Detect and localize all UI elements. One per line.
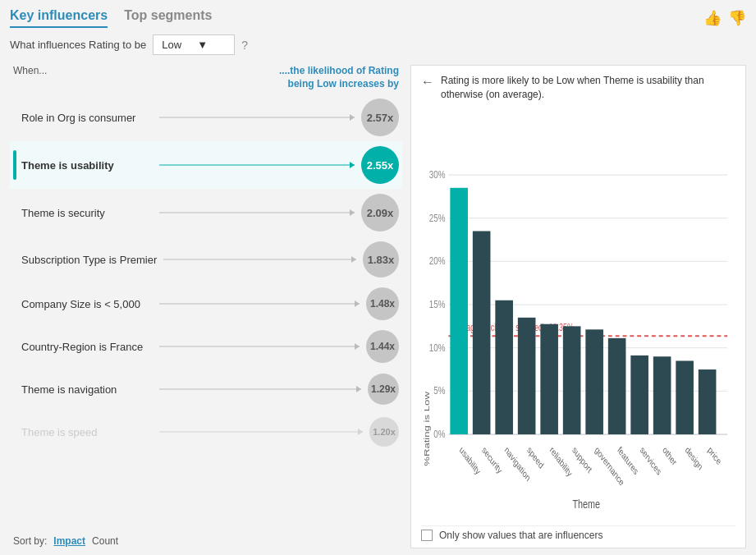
bar-other[interactable] <box>653 356 671 434</box>
bubble: 1.29x <box>368 374 399 405</box>
bar-reliability[interactable] <box>540 323 558 433</box>
bar-support[interactable] <box>563 326 581 434</box>
bar-usability[interactable] <box>450 187 468 433</box>
influencer-item[interactable]: Company Size is < 5,000 1.48x <box>10 282 402 325</box>
bubble: 1.83x <box>363 241 399 278</box>
sort-count[interactable]: Count <box>92 534 118 548</box>
bar-container <box>159 430 363 433</box>
influencer-item[interactable]: Role in Org is consumer 2.57x <box>10 94 402 141</box>
y-axis-label: %Rating is Low <box>422 391 431 466</box>
y-tick-label: 30% <box>429 167 446 180</box>
item-label: Theme is security <box>21 207 153 219</box>
bar-governance[interactable] <box>585 329 603 434</box>
bar-services[interactable] <box>630 355 648 434</box>
bubble: 1.48x <box>366 287 399 320</box>
sort-by-label: Sort by: <box>13 535 47 547</box>
thumbs-down-icon[interactable]: 👎 <box>728 9 746 27</box>
bubble: 1.44x <box>366 330 399 363</box>
content-area: When... ....the likelihood of Rating bei… <box>10 65 746 548</box>
bar-speed[interactable] <box>518 317 536 433</box>
left-panel: When... ....the likelihood of Rating bei… <box>10 65 402 548</box>
bar-navigation[interactable] <box>495 300 513 433</box>
influencer-item[interactable]: Theme is security 2.09x <box>10 189 402 236</box>
x-label-support: support <box>570 444 593 475</box>
influencer-item[interactable]: Subscription Type is Premier 1.83x <box>10 236 402 282</box>
selected-indicator <box>13 150 16 180</box>
detail-title: Rating is more likely to be Low when The… <box>441 74 735 102</box>
bubble: 1.20x <box>369 417 399 447</box>
filter-dropdown[interactable]: Low ▼ <box>153 34 235 55</box>
bar-container <box>159 302 360 305</box>
bubble-selected: 2.55x <box>361 146 399 184</box>
item-label: Country-Region is France <box>21 341 153 353</box>
tab-bar: Key influencers Top segments <box>10 8 212 28</box>
sort-row: Sort by: Impact Count <box>10 530 402 548</box>
sort-impact[interactable]: Impact <box>53 534 85 548</box>
checkbox-row: Only show values that are influencers <box>421 525 735 541</box>
bar-features[interactable] <box>608 337 626 433</box>
filter-row: What influences Rating to be Low ▼ ? <box>10 34 746 55</box>
item-label: Theme is usability <box>21 159 153 172</box>
right-panel: ← Rating is more likely to be Low when T… <box>410 65 746 548</box>
y-tick-label: 20% <box>429 254 446 266</box>
y-tick-label: 0% <box>433 427 445 439</box>
help-icon[interactable]: ? <box>241 39 248 52</box>
bar-container <box>159 211 355 214</box>
x-label-services: services <box>639 444 662 477</box>
x-label-design: design <box>684 444 704 472</box>
filter-prefix-label: What influences Rating to be <box>10 39 146 51</box>
checkbox-label: Only show values that are influencers <box>439 530 603 541</box>
influencer-list: Role in Org is consumer 2.57x Theme is u… <box>10 94 402 527</box>
thumbs-up-icon[interactable]: 👍 <box>703 9 722 27</box>
tab-top-segments[interactable]: Top segments <box>124 8 212 28</box>
item-label: Role in Org is consumer <box>21 112 153 124</box>
bar-design[interactable] <box>676 360 694 434</box>
item-label: Subscription Type is Premier <box>21 254 157 266</box>
header-icons: 👍 👎 <box>703 9 746 27</box>
item-label: Company Size is < 5,000 <box>21 298 153 310</box>
when-column-header: When... <box>13 65 47 90</box>
y-tick-label: 15% <box>429 297 446 310</box>
chevron-down-icon: ▼ <box>197 39 226 51</box>
influencer-item[interactable]: Country-Region is France 1.44x <box>10 325 402 368</box>
y-tick-label: 10% <box>429 341 446 353</box>
influencer-item-selected[interactable]: Theme is usability 2.55x <box>10 141 402 189</box>
influencer-item[interactable]: Theme is speed 1.20x <box>10 411 402 453</box>
influencer-item[interactable]: Theme is navigation 1.29x <box>10 368 402 411</box>
item-label: Theme is speed <box>21 426 153 438</box>
back-arrow-icon[interactable]: ← <box>421 75 434 89</box>
chart-area: %Rating is Low 30% 25% 20% 15% <box>421 110 735 521</box>
influencers-only-checkbox[interactable] <box>421 530 433 541</box>
x-label-price: price <box>706 444 722 466</box>
bar-price[interactable] <box>699 369 717 434</box>
y-tick-label: 5% <box>433 383 445 396</box>
x-label-reliability: reliability <box>548 444 574 479</box>
tab-key-influencers[interactable]: Key influencers <box>10 8 108 28</box>
bar-container <box>159 388 361 391</box>
bubble: 2.57x <box>361 99 399 136</box>
bar-container <box>159 163 355 167</box>
bar-container <box>159 116 355 119</box>
x-label-usability: usability <box>458 444 483 477</box>
y-tick-label: 25% <box>429 211 446 223</box>
x-label-speed: speed <box>525 444 545 470</box>
filter-value: Low <box>162 39 190 51</box>
bar-security[interactable] <box>473 231 491 434</box>
x-label-other: other <box>661 444 678 467</box>
x-axis-title: Theme <box>573 497 601 511</box>
detail-header: ← Rating is more likely to be Low when T… <box>421 74 735 102</box>
item-label: Theme is navigation <box>21 383 153 396</box>
bar-container <box>159 345 360 348</box>
x-label-security: security <box>480 444 504 475</box>
likelihood-column-header: ....the likelihood of Rating being Low i… <box>279 65 399 90</box>
column-headers: When... ....the likelihood of Rating bei… <box>10 65 402 90</box>
bar-container <box>163 258 356 261</box>
bubble: 2.09x <box>361 194 399 232</box>
